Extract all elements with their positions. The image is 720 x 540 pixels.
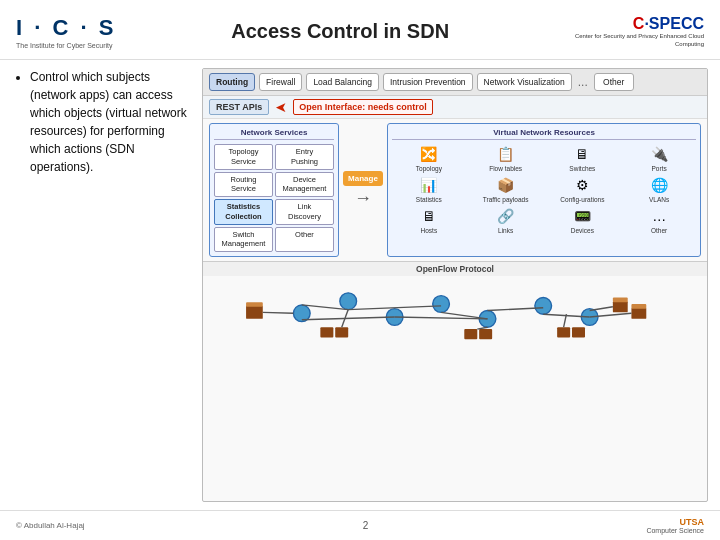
topology-row — [203, 276, 707, 347]
switches-icon: 🖥 — [570, 144, 594, 164]
tile-intrusion: Intrusion Prevention — [383, 73, 473, 91]
svg-point-5 — [433, 296, 450, 313]
vnet-grid: 🔀 Topology 📋 Flow tables 🖥 Switches 🔌 Po… — [392, 144, 696, 234]
topology-label: Topology — [416, 165, 442, 172]
vnet-config: ⚙ Config-urations — [546, 175, 620, 203]
other-label: Other — [651, 227, 667, 234]
vnet-title: Virtual Network Resources — [392, 128, 696, 140]
switches-label: Switches — [569, 165, 595, 172]
svg-line-11 — [302, 317, 395, 320]
topology-icon: 🔀 — [417, 144, 441, 164]
rest-row: REST APIs ➤ Open Interface: needs contro… — [203, 96, 707, 119]
tile-firewall: Firewall — [259, 73, 302, 91]
svg-rect-1 — [246, 302, 263, 307]
vnet-topology: 🔀 Topology — [392, 144, 466, 172]
service-other: Other — [275, 227, 334, 253]
utsa-sub-label: Computer Science — [646, 527, 704, 534]
main-content: Control which subjects (network apps) ca… — [0, 60, 720, 510]
svg-rect-20 — [631, 304, 646, 309]
flow-icon: 📋 — [494, 144, 518, 164]
flow-label: Flow tables — [489, 165, 522, 172]
traffic-label: Traffic payloads — [483, 196, 529, 203]
ics-logo-text: I · C · S — [16, 15, 116, 41]
svg-line-28 — [477, 327, 487, 329]
tile-network-viz: Network Visualization — [477, 73, 572, 91]
svg-rect-27 — [479, 329, 492, 339]
bullet-list: Control which subjects (network apps) ca… — [12, 68, 192, 176]
manage-col: Manage → — [343, 123, 383, 257]
svg-line-9 — [263, 312, 294, 313]
left-panel: Control which subjects (network apps) ca… — [12, 68, 202, 502]
svg-line-21 — [590, 307, 613, 311]
rest-label: REST APIs — [209, 99, 269, 115]
hosts-icon: 🖥 — [417, 206, 441, 226]
cspecc-logo-text: C·SPECC — [633, 15, 704, 33]
network-services-title: Network Services — [214, 128, 334, 140]
other-icon: … — [647, 206, 671, 226]
vnet-devices: 📟 Devices — [546, 206, 620, 234]
vnet-links: 🔗 Links — [469, 206, 543, 234]
utsa-logo: UTSA — [679, 517, 704, 527]
vlans-icon: 🌐 — [647, 175, 671, 195]
vnet-hosts: 🖥 Hosts — [392, 206, 466, 234]
svg-rect-30 — [572, 327, 585, 337]
footer-utsa: UTSA Computer Science — [646, 517, 704, 534]
vnet-vlans: 🌐 VLANs — [622, 175, 696, 203]
vlans-label: VLANs — [649, 196, 669, 203]
footer-page-number: 2 — [363, 520, 369, 531]
svg-rect-18 — [613, 298, 628, 303]
footer: © Abdullah Al-Hajaj 2 UTSA Computer Scie… — [0, 510, 720, 540]
ports-icon: 🔌 — [647, 144, 671, 164]
openflow-row: OpenFlow Protocol — [203, 261, 707, 276]
tile-dots: ... — [578, 75, 588, 89]
vnet-other: … Other — [622, 206, 696, 234]
config-icon: ⚙ — [570, 175, 594, 195]
service-topology: TopologyService — [214, 144, 273, 170]
config-label: Config-urations — [560, 196, 604, 203]
service-switch: SwitchManagement — [214, 227, 273, 253]
hosts-label: Hosts — [421, 227, 438, 234]
vnet-traffic: 📦 Traffic payloads — [469, 175, 543, 203]
svg-rect-26 — [464, 329, 477, 339]
ics-logo: I · C · S The Institute for Cyber Securi… — [16, 15, 116, 49]
svg-rect-24 — [335, 327, 348, 337]
middle-row: Network Services TopologyService EntryPu… — [203, 119, 707, 261]
svg-point-3 — [340, 293, 357, 310]
service-stats: StatisticsCollection — [214, 199, 273, 225]
open-interface-label: Open Interface: needs control — [293, 99, 433, 115]
arrow-icon: ➤ — [275, 99, 287, 115]
service-entry: EntryPushing — [275, 144, 334, 170]
svg-rect-23 — [320, 327, 333, 337]
page-title: Access Control in SDN — [231, 20, 449, 43]
traffic-icon: 📦 — [494, 175, 518, 195]
service-routing: RoutingService — [214, 172, 273, 198]
vnet-flow: 📋 Flow tables — [469, 144, 543, 172]
svg-rect-19 — [631, 308, 646, 319]
links-icon: 🔗 — [494, 206, 518, 226]
vnet-stats: 📊 Statistics — [392, 175, 466, 203]
svg-point-7 — [535, 298, 552, 315]
tile-routing: Routing — [209, 73, 255, 91]
stats-label: Statistics — [416, 196, 442, 203]
svg-rect-0 — [246, 306, 263, 319]
svg-rect-17 — [613, 301, 628, 312]
manage-label: Manage — [343, 171, 383, 186]
service-grid: TopologyService EntryPushing RoutingServ… — [214, 144, 334, 252]
cspecc-subtitle: Center for Security and Privacy Enhanced… — [564, 33, 704, 49]
topology-diagram — [209, 278, 701, 343]
tile-load-balancing: Load Balancing — [306, 73, 379, 91]
header: I · C · S The Institute for Cyber Securi… — [0, 0, 720, 60]
vnet-ports: 🔌 Ports — [622, 144, 696, 172]
service-link: LinkDiscovery — [275, 199, 334, 225]
links-label: Links — [498, 227, 513, 234]
vnet-switches: 🖥 Switches — [546, 144, 620, 172]
vnet-resources-box: Virtual Network Resources 🔀 Topology 📋 F… — [387, 123, 701, 257]
devices-label: Devices — [571, 227, 594, 234]
stats-icon: 📊 — [417, 175, 441, 195]
ics-logo-subtitle: The Institute for Cyber Security — [16, 42, 112, 49]
footer-copyright: © Abdullah Al-Hajaj — [16, 521, 85, 530]
service-device: DeviceManagement — [275, 172, 334, 198]
app-tiles-row: Routing Firewall Load Balancing Intrusio… — [203, 69, 707, 96]
devices-icon: 📟 — [570, 206, 594, 226]
manage-arrow-icon: → — [354, 188, 372, 209]
